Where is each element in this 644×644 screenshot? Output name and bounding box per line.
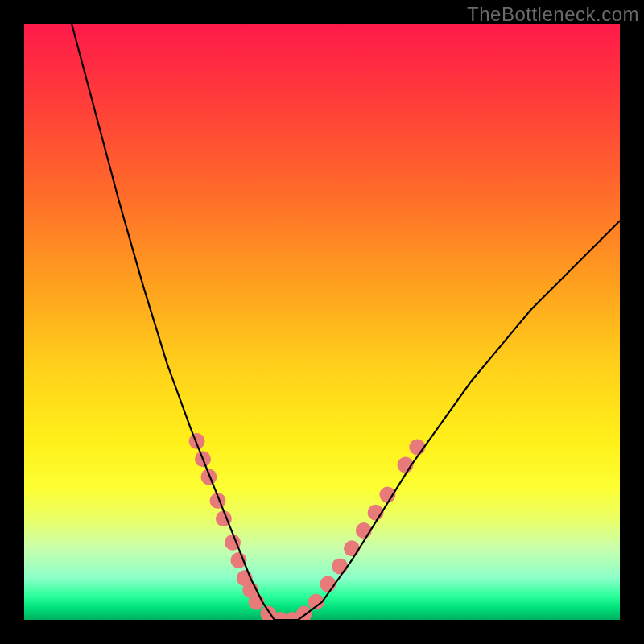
data-marker bbox=[189, 433, 205, 449]
data-marker bbox=[332, 558, 348, 574]
data-marker bbox=[200, 469, 217, 485]
data-marker bbox=[296, 606, 312, 620]
data-marker bbox=[320, 576, 336, 592]
data-marker bbox=[344, 540, 360, 556]
data-marker bbox=[409, 439, 425, 455]
chart-frame: TheBottleneck.com bbox=[0, 0, 644, 644]
watermark-label: TheBottleneck.com bbox=[467, 3, 639, 26]
data-marker bbox=[356, 522, 372, 539]
marker-layer bbox=[189, 433, 426, 620]
plot-area bbox=[24, 24, 620, 620]
curve-line bbox=[72, 24, 620, 620]
bottleneck-curve bbox=[24, 24, 620, 620]
